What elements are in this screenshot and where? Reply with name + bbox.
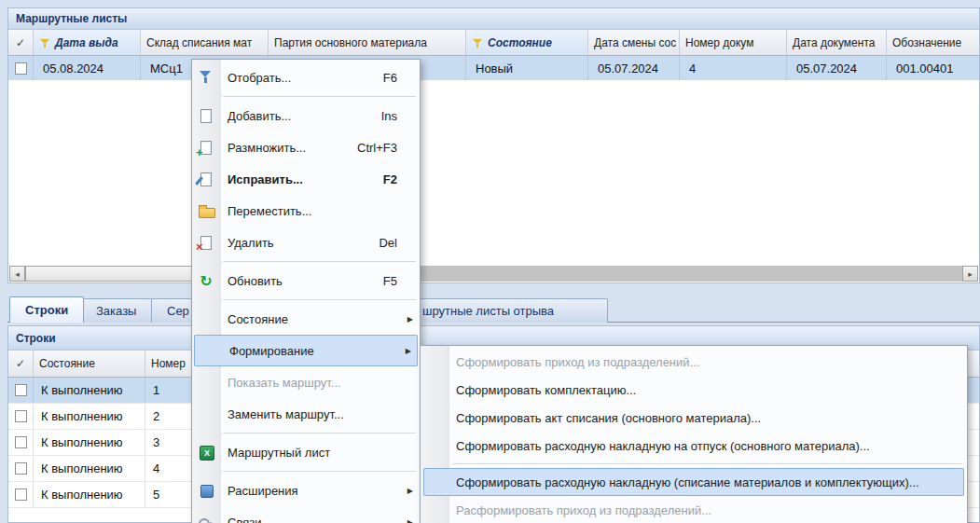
menu-item-label: Заменить маршрут... bbox=[228, 407, 344, 421]
menu-item-label: Расширения bbox=[228, 484, 298, 498]
menu-item-label: Показать маршрут... bbox=[228, 376, 341, 390]
formation-submenu: Сформировать приход из подразделений... … bbox=[420, 345, 968, 523]
scroll-left-icon[interactable] bbox=[9, 266, 25, 282]
column-header-label: Обозначение bbox=[892, 36, 961, 49]
menu-item[interactable]: Размножить... Ctrl+F3 bbox=[192, 131, 420, 163]
menu-item[interactable]: Отобрать... F6 bbox=[192, 62, 420, 93]
menu-item-shortcut: Ctrl+F3 bbox=[357, 141, 397, 155]
submenu-arrow-icon bbox=[407, 487, 413, 495]
tab-label: Заказы bbox=[96, 304, 136, 318]
menu-item-shortcut: F6 bbox=[383, 71, 397, 85]
row-checkbox[interactable] bbox=[15, 384, 27, 396]
number-cell: 4 bbox=[145, 456, 197, 481]
state-cell: К выполнению bbox=[34, 456, 145, 481]
number-cell: 2 bbox=[145, 404, 197, 429]
tab[interactable]: Заказы bbox=[80, 298, 152, 323]
tab[interactable]: шрутные листы отрыва bbox=[401, 298, 608, 323]
menu-item[interactable]: Обновить F5 bbox=[192, 265, 420, 296]
menu-item-icon bbox=[192, 131, 220, 163]
column-header-label: Дата документа bbox=[793, 36, 875, 49]
bottom-column-header[interactable]: Состояние bbox=[34, 351, 145, 378]
menu-separator bbox=[223, 96, 416, 97]
top-table-row[interactable]: 05.08.2024 МСц1 Новый 05.07.2024 4 05.07… bbox=[8, 56, 979, 80]
menu-item-shortcut: Ins bbox=[381, 109, 397, 123]
menu-item-label: Формирование bbox=[229, 344, 314, 358]
column-header-label: Склад списания мат bbox=[146, 36, 252, 49]
submenu-item-label: Сформировать расходную накладную (списан… bbox=[456, 475, 919, 489]
column-header-label: Дата смены сос bbox=[594, 36, 676, 49]
menu-item[interactable]: Состояние bbox=[192, 303, 420, 335]
menu-item[interactable]: Добавить... Ins bbox=[192, 100, 420, 131]
submenu-item-label: Сформировать расходную накладную на отпу… bbox=[456, 439, 870, 453]
table-cell: Новый bbox=[466, 56, 588, 80]
scroll-right-icon[interactable] bbox=[962, 266, 978, 282]
top-column-header[interactable]: Партия основного материала bbox=[269, 30, 466, 56]
menu-item[interactable]: Заменить маршрут... bbox=[192, 398, 420, 430]
menu-item[interactable]: Переместить... bbox=[192, 195, 420, 227]
row-checkbox[interactable] bbox=[15, 436, 27, 448]
tab-label: Сер bbox=[167, 304, 189, 318]
number-cell: 1 bbox=[145, 378, 197, 403]
menu-item-label: Связи bbox=[228, 516, 261, 523]
menu-item-label: Удалить bbox=[228, 236, 274, 250]
menu-item[interactable]: Исправить... F2 bbox=[192, 163, 420, 195]
row-checkbox[interactable] bbox=[15, 62, 27, 75]
menu-separator bbox=[223, 299, 416, 300]
menu-item-label: Размножить... bbox=[228, 141, 306, 155]
menu-item-label: Добавить... bbox=[228, 109, 291, 123]
menu-item[interactable]: Связи bbox=[192, 506, 420, 523]
state-cell: К выполнению bbox=[34, 430, 145, 455]
tab[interactable]: Строки bbox=[9, 296, 84, 323]
menu-item-shortcut: Del bbox=[379, 236, 397, 250]
top-column-header[interactable]: Склад списания мат bbox=[141, 30, 269, 56]
tab-label: Строки bbox=[25, 303, 68, 317]
menu-item-icon bbox=[192, 62, 220, 93]
top-select-all-header[interactable]: ✓ bbox=[8, 30, 34, 56]
filter-funnel-icon bbox=[472, 37, 484, 48]
top-column-header[interactable]: Дата документа bbox=[787, 30, 887, 56]
menu-item[interactable]: Показать маршрут... bbox=[192, 366, 420, 398]
menu-item-shortcut: F2 bbox=[383, 172, 397, 186]
submenu-item[interactable]: Сформировать расходную накладную на отпу… bbox=[421, 432, 967, 460]
top-table-header-row: ✓ Дата выда Склад списания мат Партия ос… bbox=[8, 30, 979, 56]
menu-item-icon bbox=[192, 100, 220, 131]
top-column-header[interactable]: Состояние bbox=[466, 30, 588, 56]
menu-item[interactable]: Маршрутный лист bbox=[192, 436, 420, 468]
menu-item-icon bbox=[192, 398, 220, 430]
submenu-arrow-icon bbox=[407, 518, 413, 523]
row-checkbox[interactable] bbox=[15, 489, 27, 501]
submenu-arrow-icon bbox=[406, 347, 411, 355]
menu-item-label: Состояние bbox=[228, 312, 288, 326]
menu-item[interactable]: Удалить Del bbox=[192, 227, 420, 258]
top-column-header[interactable]: Обозначение bbox=[887, 30, 980, 56]
horizontal-scrollbar[interactable] bbox=[9, 266, 978, 282]
row-checkbox[interactable] bbox=[15, 410, 27, 422]
column-header-label: Номер докум bbox=[685, 36, 753, 49]
menu-item-icon bbox=[192, 227, 220, 258]
submenu-item[interactable]: Расформировать приход из подразделений..… bbox=[421, 496, 967, 523]
submenu-item-label: Сформировать комплектацию... bbox=[456, 383, 636, 397]
row-checkbox[interactable] bbox=[15, 462, 27, 475]
menu-separator bbox=[223, 433, 416, 434]
submenu-item[interactable]: Сформировать расходную накладную (списан… bbox=[423, 468, 964, 496]
submenu-item[interactable]: Сформировать приход из подразделений... bbox=[421, 348, 967, 376]
top-column-header[interactable]: Дата выда bbox=[34, 30, 141, 56]
menu-item-icon bbox=[194, 335, 222, 366]
submenu-item[interactable]: Сформировать комплектацию... bbox=[421, 376, 967, 404]
menu-item[interactable]: Формирование bbox=[194, 335, 418, 366]
submenu-item[interactable]: Сформировать акт списания (основного мат… bbox=[421, 404, 967, 432]
menu-item-icon bbox=[192, 265, 220, 296]
bottom-select-all-header[interactable]: ✓ bbox=[8, 351, 34, 378]
menu-item-icon bbox=[192, 506, 220, 523]
menu-item[interactable]: Расширения bbox=[192, 475, 420, 506]
bottom-column-header[interactable]: Номер bbox=[145, 351, 197, 378]
column-header-label: Состояние bbox=[488, 36, 552, 49]
top-column-header[interactable]: Дата смены сос bbox=[588, 30, 680, 56]
top-column-header[interactable]: Номер докум bbox=[680, 30, 787, 56]
table-cell: 05.08.2024 bbox=[34, 56, 141, 80]
column-header-label: Партия основного материала bbox=[274, 36, 427, 49]
submenu-arrow-icon bbox=[407, 315, 413, 323]
tab-label: шрутные листы отрыва bbox=[422, 304, 554, 318]
table-cell: 05.07.2024 bbox=[787, 56, 887, 80]
menu-item-shortcut: F5 bbox=[383, 274, 397, 288]
